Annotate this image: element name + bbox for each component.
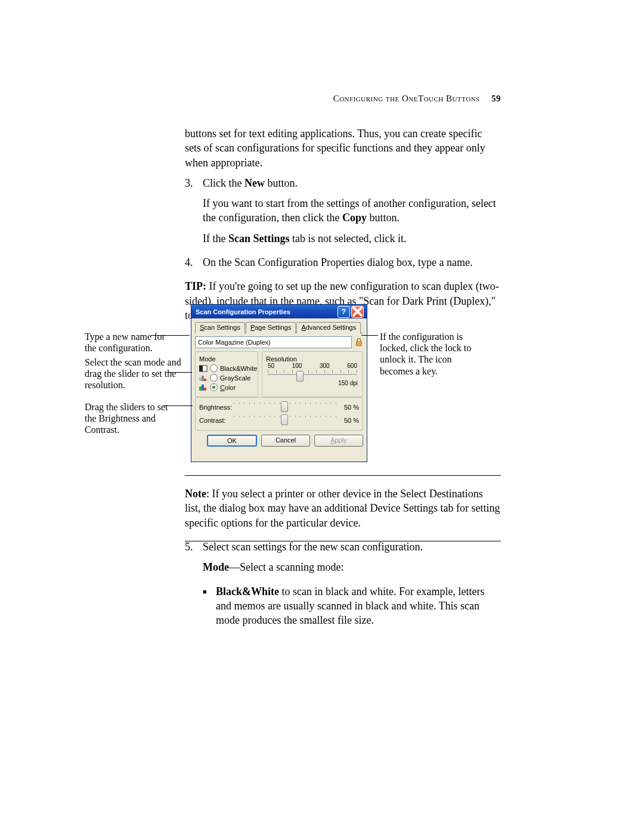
- step-3-line-1: Click the New button.: [203, 176, 501, 190]
- resolution-value: 150 dpi: [266, 380, 359, 386]
- help-button[interactable]: ?: [338, 306, 350, 318]
- callout-mode: Select the scan mode and drag the slider…: [85, 357, 183, 391]
- radio-color[interactable]: Color: [199, 383, 254, 391]
- callout-lock: If the configuration is locked, click th…: [380, 331, 475, 377]
- resolution-slider[interactable]: [268, 370, 357, 379]
- step-number: 4.: [185, 255, 203, 275]
- callout-line: [163, 405, 193, 406]
- scan-config-dialog: Scan Configuration Properties ? Scan Set…: [191, 304, 367, 462]
- radio-blackwhite[interactable]: Black&White: [199, 364, 254, 372]
- running-header: Configuring the OneTouch Buttons 59: [333, 94, 501, 104]
- header-title: Configuring the OneTouch Buttons: [333, 94, 480, 103]
- note-paragraph: Note: If you select a printer or other d…: [185, 487, 501, 530]
- intro-paragraph: buttons set for text editing application…: [185, 126, 501, 170]
- callout-name: Type a new name for the configuration.: [85, 331, 177, 354]
- page-number: 59: [491, 94, 501, 103]
- step-4-text: On the Scan Configuration Properties dia…: [203, 255, 501, 270]
- callout-line: [361, 335, 378, 336]
- brightness-contrast-box: Brightness: 50 % Contrast: 50 %: [195, 397, 363, 431]
- rule: [185, 475, 501, 476]
- bullet-blackwhite: ■ Black&White to scan in black and white…: [203, 584, 501, 634]
- tab-row: Scan Settings Page Settings Advanced Set…: [195, 321, 363, 333]
- step-3-line-3: If the Scan Settings tab is not selected…: [203, 231, 501, 246]
- resolution-legend: Resolution: [266, 355, 359, 363]
- tab-page-settings[interactable]: Page Settings: [246, 322, 296, 333]
- brightness-value: 50 %: [338, 404, 359, 411]
- apply-button[interactable]: Apply: [314, 435, 363, 447]
- contrast-slider[interactable]: [232, 416, 338, 425]
- contrast-value: 50 %: [338, 417, 359, 424]
- dialog-titlebar[interactable]: Scan Configuration Properties ?: [191, 305, 367, 318]
- svg-rect-6: [199, 386, 202, 391]
- bw-icon: [199, 365, 208, 372]
- tab-advanced-settings[interactable]: Advanced Settings: [296, 322, 361, 333]
- svg-rect-4: [202, 376, 204, 381]
- brightness-slider[interactable]: [232, 402, 338, 412]
- dialog-title: Scan Configuration Properties: [196, 308, 290, 315]
- lock-icon[interactable]: [355, 337, 363, 347]
- svg-rect-5: [204, 379, 206, 381]
- color-icon: [199, 384, 208, 391]
- callout-line: [167, 372, 192, 373]
- step-3-line-2: If you want to start from the settings o…: [203, 196, 501, 225]
- svg-rect-0: [357, 342, 362, 346]
- ok-button[interactable]: OK: [207, 435, 257, 447]
- callout-sliders: Drag the sliders to set the Brightness a…: [85, 401, 174, 436]
- resolution-tick-labels: 50 100 300 600: [266, 363, 359, 369]
- svg-rect-2: [199, 366, 203, 371]
- config-name-input[interactable]: Color Magazine (Duplex): [195, 336, 352, 348]
- step-5-text: Select scan settings for the new scan co…: [203, 540, 501, 554]
- cancel-button[interactable]: Cancel: [261, 435, 310, 447]
- svg-rect-3: [199, 377, 202, 381]
- step-5: 5. Select scan settings for the new scan…: [185, 540, 501, 581]
- svg-rect-8: [204, 388, 206, 391]
- mode-legend: Mode: [199, 355, 254, 363]
- callout-line: [151, 335, 190, 336]
- step-4: 4. On the Scan Configuration Properties …: [185, 255, 501, 275]
- brightness-label: Brightness:: [199, 404, 232, 411]
- radio-grayscale[interactable]: GrayScale: [199, 374, 254, 382]
- step-3: 3. Click the New button. If you want to …: [185, 176, 501, 252]
- resolution-groupbox: Resolution 50 100 300 600 150 dpi: [262, 351, 363, 397]
- tab-scan-settings[interactable]: Scan Settings: [195, 322, 245, 333]
- bullet-marker: ■: [203, 584, 216, 634]
- grayscale-icon: [199, 374, 208, 382]
- mode-line: Mode—Select a scanning mode:: [203, 560, 501, 574]
- mode-groupbox: Mode Black&White GrayScale Color: [195, 351, 258, 397]
- step-number: 5.: [185, 540, 203, 581]
- svg-rect-7: [202, 385, 204, 391]
- close-button[interactable]: [351, 306, 364, 318]
- contrast-label: Contrast:: [199, 417, 232, 424]
- step-number: 3.: [185, 176, 203, 252]
